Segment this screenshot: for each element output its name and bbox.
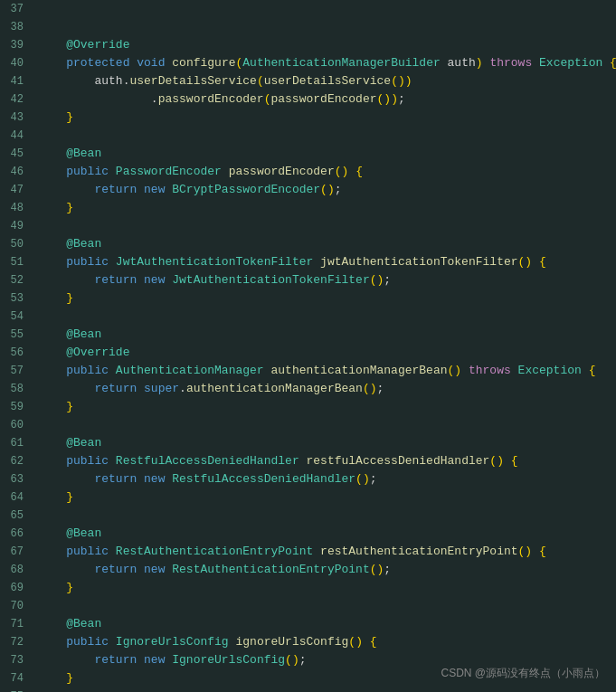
line-number: 38 <box>0 18 38 36</box>
code-line: 40 protected void configure(Authenticati… <box>0 54 616 72</box>
code-line: 71 @Bean <box>0 615 616 633</box>
line-content: } <box>38 579 616 597</box>
line-number: 73 <box>0 651 38 669</box>
line-content: return new RestAuthenticationEntryPoint(… <box>38 561 616 579</box>
line-content: return new JwtAuthenticationTokenFilter(… <box>38 271 616 289</box>
line-content: @Override <box>38 36 616 54</box>
code-line: 38 <box>0 18 616 36</box>
line-content: @Bean <box>38 615 616 633</box>
code-line: 43 } <box>0 109 616 127</box>
line-content <box>38 0 616 18</box>
code-line: 57 public AuthenticationManager authenti… <box>0 362 616 380</box>
code-line: 70 <box>0 597 616 615</box>
line-number: 44 <box>0 127 38 145</box>
code-line: 48 } <box>0 199 616 217</box>
line-content: public RestfulAccessDeniedHandler restfu… <box>38 452 616 470</box>
line-number: 67 <box>0 543 38 561</box>
code-line: 64 } <box>0 488 616 507</box>
line-number: 46 <box>0 163 38 181</box>
code-line: 68 return new RestAuthenticationEntryPoi… <box>0 561 616 579</box>
line-number: 39 <box>0 36 38 54</box>
line-number: 65 <box>0 507 38 525</box>
code-line: 63 return new RestfulAccessDeniedHandler… <box>0 470 616 488</box>
line-content: } <box>38 109 616 127</box>
code-line: 59 } <box>0 398 616 416</box>
line-content: return new RestfulAccessDeniedHandler(); <box>38 470 616 488</box>
line-content: } <box>38 488 616 507</box>
code-line: 37 <box>0 0 616 18</box>
line-number: 51 <box>0 253 38 271</box>
line-number: 70 <box>0 597 38 615</box>
line-content: } <box>38 289 616 308</box>
code-line: 42 .passwordEncoder(passwordEncoder()); <box>0 90 616 109</box>
code-line: 62 public RestfulAccessDeniedHandler res… <box>0 452 616 470</box>
line-content: } <box>38 199 616 217</box>
line-number: 54 <box>0 308 38 326</box>
line-number: 62 <box>0 452 38 470</box>
line-number: 50 <box>0 235 38 253</box>
code-line: 44 <box>0 127 616 145</box>
code-line: 65 <box>0 507 616 525</box>
code-line: 46 public PasswordEncoder passwordEncode… <box>0 163 616 181</box>
line-content: } <box>38 398 616 416</box>
line-number: 58 <box>0 380 38 398</box>
line-content: return new BCryptPasswordEncoder(); <box>38 181 616 199</box>
line-content <box>38 416 616 434</box>
line-content: @Bean <box>38 235 616 253</box>
code-editor: 37 38 39 @Override40 protected void conf… <box>0 0 616 692</box>
line-number: 45 <box>0 145 38 163</box>
line-content <box>38 687 616 692</box>
watermark: CSDN @源码没有终点（小雨点） <box>441 666 605 681</box>
line-content: @Bean <box>38 145 616 163</box>
line-number: 56 <box>0 344 38 362</box>
code-line: 52 return new JwtAuthenticationTokenFilt… <box>0 271 616 289</box>
line-number: 52 <box>0 271 38 289</box>
code-line: 58 return super.authenticationManagerBea… <box>0 380 616 398</box>
line-content: @Bean <box>38 434 616 452</box>
line-number: 68 <box>0 561 38 579</box>
code-line: 67 public RestAuthenticationEntryPoint r… <box>0 543 616 561</box>
line-content: public PasswordEncoder passwordEncoder()… <box>38 163 616 181</box>
code-line: 55 @Bean <box>0 326 616 344</box>
line-content <box>38 127 616 145</box>
code-line: 53 } <box>0 289 616 308</box>
code-line: 51 public JwtAuthenticationTokenFilter j… <box>0 253 616 271</box>
code-line: 54 <box>0 308 616 326</box>
code-line: 45 @Bean <box>0 145 616 163</box>
code-line: 75 <box>0 687 616 692</box>
line-number: 48 <box>0 199 38 217</box>
line-number: 42 <box>0 90 38 109</box>
line-number: 59 <box>0 398 38 416</box>
line-number: 49 <box>0 217 38 235</box>
line-number: 74 <box>0 669 38 687</box>
code-line: 50 @Bean <box>0 235 616 253</box>
line-number: 43 <box>0 109 38 127</box>
code-line: 56 @Override <box>0 344 616 362</box>
line-number: 71 <box>0 615 38 633</box>
code-line: 61 @Bean <box>0 434 616 452</box>
line-content: @Bean <box>38 326 616 344</box>
line-content: protected void configure(AuthenticationM… <box>38 54 616 72</box>
line-number: 55 <box>0 326 38 344</box>
line-content: return super.authenticationManagerBean()… <box>38 380 616 398</box>
line-content: @Override <box>38 344 616 362</box>
line-number: 37 <box>0 0 38 18</box>
line-content: .passwordEncoder(passwordEncoder()); <box>38 90 616 109</box>
line-number: 53 <box>0 289 38 308</box>
line-content <box>38 507 616 525</box>
code-line: 72 public IgnoreUrlsConfig ignoreUrlsCon… <box>0 633 616 651</box>
line-number: 66 <box>0 525 38 543</box>
line-number: 69 <box>0 579 38 597</box>
line-number: 41 <box>0 72 38 90</box>
line-content <box>38 597 616 615</box>
line-content: auth.userDetailsService(userDetailsServi… <box>38 72 616 90</box>
line-number: 47 <box>0 181 38 199</box>
code-line: 60 <box>0 416 616 434</box>
line-content: public IgnoreUrlsConfig ignoreUrlsConfig… <box>38 633 616 651</box>
line-number: 60 <box>0 416 38 434</box>
line-number: 61 <box>0 434 38 452</box>
code-line: 39 @Override <box>0 36 616 54</box>
line-number: 40 <box>0 54 38 72</box>
code-line: 41 auth.userDetailsService(userDetailsSe… <box>0 72 616 90</box>
line-content: public RestAuthenticationEntryPoint rest… <box>38 543 616 561</box>
